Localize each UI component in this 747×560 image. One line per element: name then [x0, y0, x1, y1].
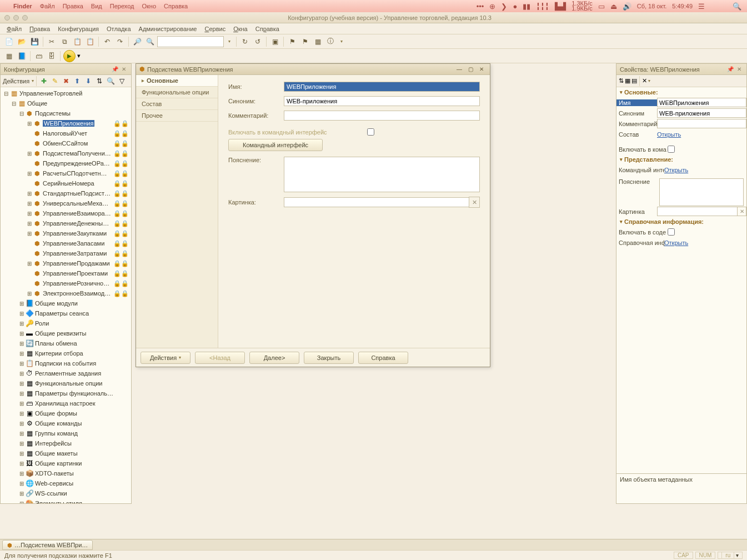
menu-windows[interactable]: Окна — [230, 24, 251, 33]
cfg-add-icon[interactable]: ✚ — [39, 76, 49, 86]
tb2-run-dropdown[interactable]: ▾ — [77, 52, 81, 59]
tree-item[interactable]: ⊞▣Общие формы — [1, 408, 131, 418]
config-actions-label[interactable]: Действия — [3, 78, 31, 84]
cfg-up-icon[interactable]: ⬆ — [72, 76, 82, 86]
tree-item[interactable]: ⊞🔑Роли — [1, 318, 131, 328]
tree-item[interactable]: ⊞🔗WS-ссылки — [1, 488, 131, 498]
props-pin-icon[interactable]: 📌 — [726, 66, 734, 73]
tb-info-dropdown[interactable]: ▾ — [338, 39, 345, 44]
tree-item[interactable]: ⊞▦Параметры функциональ… — [1, 388, 131, 398]
status-bars-icon[interactable]: ╏╏╏ — [536, 2, 549, 11]
tb-mark2-icon[interactable]: ⚑ — [299, 36, 310, 47]
tree-item[interactable]: ⊞УниверсальныеМеха…🔒🔒 — [1, 198, 131, 208]
tb-window-icon[interactable]: ▣ — [269, 36, 280, 47]
tb-paste-icon[interactable]: 📋 — [72, 36, 83, 47]
tree-item[interactable]: ⊞▬Общие реквизиты — [1, 328, 131, 338]
props-section-repr[interactable]: Представление: — [624, 156, 673, 163]
window-minimize-icon[interactable] — [13, 15, 19, 21]
tb2-db-icon[interactable]: 🗃 — [33, 51, 44, 62]
tb-calendar-icon[interactable]: ▦ — [312, 36, 323, 47]
footer-actions-button[interactable]: Действия▾ — [141, 352, 190, 364]
cfg-edit-icon[interactable]: ✎ — [50, 76, 60, 86]
tree-item[interactable]: ОбменССайтом🔒🔒 — [1, 138, 131, 148]
tree-item[interactable]: ⊟Подсистемы — [1, 108, 131, 118]
status-volume-icon[interactable]: 🔊 — [623, 2, 631, 11]
tb-cut-icon[interactable]: ✂ — [46, 36, 57, 47]
tb-find-icon[interactable]: 🔎 — [132, 36, 143, 47]
status-globe-icon[interactable]: ⊕ — [489, 2, 495, 11]
nav-main[interactable]: ▸Основные — [136, 75, 218, 87]
props-section-help[interactable]: Справочная информация: — [624, 218, 704, 225]
tb-search-input[interactable] — [157, 36, 224, 47]
editor-close-icon[interactable]: ✕ — [477, 66, 487, 73]
tree-item[interactable]: ⊞📋Подписки на события — [1, 358, 131, 368]
tree-item[interactable]: УправлениеЗатратами🔒🔒 — [1, 248, 131, 258]
menu-debug[interactable]: Отладка — [103, 24, 134, 33]
input-comment[interactable] — [284, 111, 480, 121]
tb-redo-icon[interactable]: ↷ — [114, 36, 126, 47]
tree-item[interactable]: ⊞ЭлектронноеВзаимод…🔒🔒 — [1, 288, 131, 298]
prop-picture-input[interactable] — [657, 207, 738, 216]
tb-zoom-icon[interactable]: 🔍 — [144, 36, 156, 47]
prop-content-open-link[interactable]: Открыть — [657, 131, 681, 138]
status-list-icon[interactable]: ☰ — [698, 2, 705, 11]
tree-item[interactable]: ⊞📘Общие модули — [1, 298, 131, 308]
tree-item[interactable]: ⊞▦Группы команд — [1, 428, 131, 438]
prop-name-input[interactable] — [657, 98, 746, 107]
prop-helpinfo-open-link[interactable]: Открыть — [664, 239, 688, 246]
tb-copy-icon[interactable]: ⧉ — [59, 36, 70, 47]
spotlight-icon[interactable]: 🔍 — [733, 2, 741, 11]
cfg-sort-icon[interactable]: ⇅ — [94, 76, 104, 86]
status-eject-icon[interactable]: ⏏ — [610, 2, 617, 11]
tree-item[interactable]: ⊞🔄Планы обмена — [1, 338, 131, 348]
mac-menu-go[interactable]: Переход — [110, 3, 134, 9]
tb2-doc-icon[interactable]: 📘 — [16, 51, 27, 62]
tree-item[interactable]: ПредупреждениеОРа…🔒🔒 — [1, 158, 131, 168]
status-arrow-icon[interactable]: ❯ — [501, 2, 507, 11]
tb-paste2-icon[interactable]: 📋 — [84, 36, 96, 47]
input-synonym[interactable] — [284, 96, 480, 106]
cfg-filter-icon[interactable]: ▽ — [117, 76, 127, 86]
window-close-icon[interactable] — [4, 15, 10, 21]
prop-picture-clear-icon[interactable]: ✕ — [738, 207, 746, 216]
props-delete-icon[interactable]: ✕ — [642, 77, 647, 84]
tb-save-icon[interactable]: 💾 — [29, 36, 40, 47]
tree-item[interactable]: ⊞▦Интерфейсы — [1, 438, 131, 448]
menu-service[interactable]: Сервис — [201, 24, 229, 33]
cfg-delete-icon[interactable]: ✖ — [61, 76, 71, 86]
taskbar-tab-subsystem[interactable]: …Подсистема WEBПри… — [2, 540, 93, 550]
mac-menu-window[interactable]: Окно — [142, 3, 156, 9]
config-panel-pin-icon[interactable]: 📌 — [111, 66, 119, 73]
menu-admin[interactable]: Администрирование — [136, 24, 200, 33]
mac-menu-help[interactable]: Справка — [164, 3, 188, 9]
tree-item[interactable]: УправлениеПроектами🔒🔒 — [1, 268, 131, 278]
cfg-find-icon[interactable]: 🔍 — [106, 76, 116, 86]
footer-next-button[interactable]: Далее> — [249, 352, 299, 364]
mac-menu-view[interactable]: Вид — [91, 3, 102, 9]
menu-config[interactable]: Конфигурация — [54, 24, 102, 33]
tree-item[interactable]: ⊟Общие — [1, 98, 131, 108]
status-battery-icon[interactable]: ▮▮ — [523, 2, 530, 11]
prop-include-help-checkbox[interactable] — [668, 228, 675, 236]
picture-clear-icon[interactable]: ✕ — [469, 197, 480, 208]
tree-item[interactable]: ⊞🗃Хранилища настроек — [1, 398, 131, 408]
checkbox-include-cmd[interactable] — [367, 128, 374, 136]
prop-explanation-textarea[interactable] — [659, 178, 744, 206]
editor-minimize-icon[interactable]: — — [454, 66, 464, 73]
tree-item[interactable]: ⊞⚙Общие команды — [1, 418, 131, 428]
editor-maximize-icon[interactable]: ▢ — [465, 66, 475, 73]
tb-open-icon[interactable]: 📂 — [16, 36, 27, 47]
mac-menu-edit[interactable]: Правка — [63, 3, 83, 9]
tree-item[interactable]: ⊟УправлениеТорговлей — [1, 88, 131, 98]
props-close-icon[interactable]: ✕ — [735, 66, 743, 73]
tree-item[interactable]: ⊞УправлениеЗакупками🔒🔒 — [1, 228, 131, 238]
tb-refresh2-icon[interactable]: ↺ — [252, 36, 263, 47]
tree-item[interactable]: ⊞ПодсистемаПолучени…🔒🔒 — [1, 148, 131, 158]
config-tree[interactable]: ⊟УправлениеТорговлей⊟Общие⊟Подсистемы⊞WE… — [1, 87, 131, 503]
button-cmd-interface[interactable]: Командный интерфейс — [228, 139, 323, 151]
prop-synonym-input[interactable] — [657, 108, 746, 118]
tb-new-icon[interactable]: 📄 — [3, 36, 14, 47]
status-record-icon[interactable]: ● — [513, 2, 517, 11]
tb-undo-icon[interactable]: ↶ — [102, 36, 113, 47]
input-picture[interactable] — [284, 197, 469, 207]
